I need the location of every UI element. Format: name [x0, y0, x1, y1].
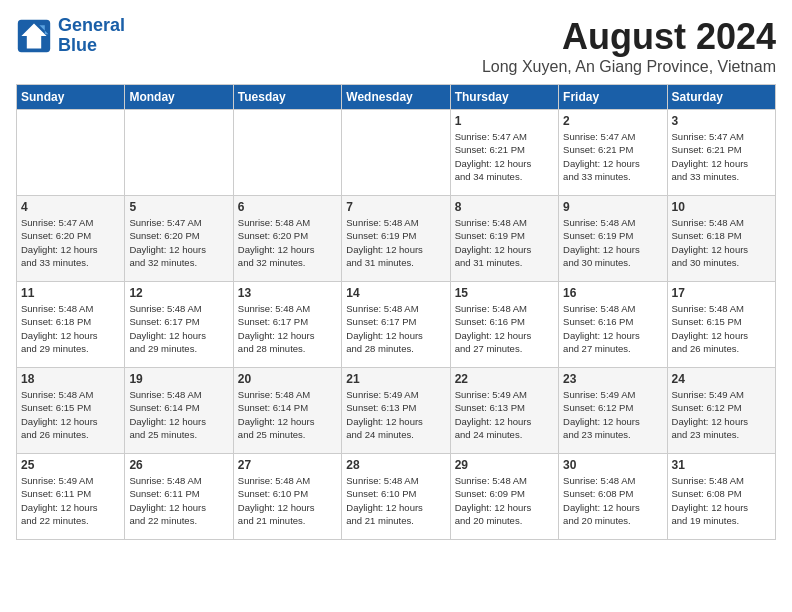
day-number: 23 — [563, 372, 662, 386]
day-number: 31 — [672, 458, 771, 472]
day-info: Sunrise: 5:48 AM Sunset: 6:14 PM Dayligh… — [238, 388, 337, 441]
calendar-cell: 11Sunrise: 5:48 AM Sunset: 6:18 PM Dayli… — [17, 282, 125, 368]
day-number: 13 — [238, 286, 337, 300]
day-number: 17 — [672, 286, 771, 300]
day-info: Sunrise: 5:49 AM Sunset: 6:12 PM Dayligh… — [563, 388, 662, 441]
day-info: Sunrise: 5:48 AM Sunset: 6:20 PM Dayligh… — [238, 216, 337, 269]
calendar-cell: 21Sunrise: 5:49 AM Sunset: 6:13 PM Dayli… — [342, 368, 450, 454]
day-number: 24 — [672, 372, 771, 386]
calendar-cell: 9Sunrise: 5:48 AM Sunset: 6:19 PM Daylig… — [559, 196, 667, 282]
column-header-wednesday: Wednesday — [342, 85, 450, 110]
calendar-week-row: 1Sunrise: 5:47 AM Sunset: 6:21 PM Daylig… — [17, 110, 776, 196]
day-info: Sunrise: 5:47 AM Sunset: 6:20 PM Dayligh… — [21, 216, 120, 269]
calendar-cell: 3Sunrise: 5:47 AM Sunset: 6:21 PM Daylig… — [667, 110, 775, 196]
calendar-week-row: 11Sunrise: 5:48 AM Sunset: 6:18 PM Dayli… — [17, 282, 776, 368]
day-info: Sunrise: 5:47 AM Sunset: 6:20 PM Dayligh… — [129, 216, 228, 269]
day-info: Sunrise: 5:48 AM Sunset: 6:19 PM Dayligh… — [455, 216, 554, 269]
day-info: Sunrise: 5:48 AM Sunset: 6:16 PM Dayligh… — [563, 302, 662, 355]
column-header-friday: Friday — [559, 85, 667, 110]
column-header-monday: Monday — [125, 85, 233, 110]
day-number: 7 — [346, 200, 445, 214]
logo-icon — [16, 18, 52, 54]
day-number: 6 — [238, 200, 337, 214]
day-number: 1 — [455, 114, 554, 128]
day-number: 2 — [563, 114, 662, 128]
calendar-cell: 5Sunrise: 5:47 AM Sunset: 6:20 PM Daylig… — [125, 196, 233, 282]
day-info: Sunrise: 5:48 AM Sunset: 6:11 PM Dayligh… — [129, 474, 228, 527]
column-header-saturday: Saturday — [667, 85, 775, 110]
calendar-cell: 14Sunrise: 5:48 AM Sunset: 6:17 PM Dayli… — [342, 282, 450, 368]
day-info: Sunrise: 5:48 AM Sunset: 6:18 PM Dayligh… — [672, 216, 771, 269]
calendar-cell: 26Sunrise: 5:48 AM Sunset: 6:11 PM Dayli… — [125, 454, 233, 540]
day-info: Sunrise: 5:48 AM Sunset: 6:10 PM Dayligh… — [346, 474, 445, 527]
calendar-cell — [342, 110, 450, 196]
day-number: 8 — [455, 200, 554, 214]
logo-line2: Blue — [58, 35, 97, 55]
calendar-week-row: 4Sunrise: 5:47 AM Sunset: 6:20 PM Daylig… — [17, 196, 776, 282]
month-year: August 2024 — [482, 16, 776, 58]
calendar-cell: 20Sunrise: 5:48 AM Sunset: 6:14 PM Dayli… — [233, 368, 341, 454]
day-number: 15 — [455, 286, 554, 300]
day-info: Sunrise: 5:48 AM Sunset: 6:15 PM Dayligh… — [21, 388, 120, 441]
day-number: 14 — [346, 286, 445, 300]
calendar-week-row: 18Sunrise: 5:48 AM Sunset: 6:15 PM Dayli… — [17, 368, 776, 454]
calendar-cell: 23Sunrise: 5:49 AM Sunset: 6:12 PM Dayli… — [559, 368, 667, 454]
calendar-cell: 18Sunrise: 5:48 AM Sunset: 6:15 PM Dayli… — [17, 368, 125, 454]
day-number: 11 — [21, 286, 120, 300]
calendar-cell: 2Sunrise: 5:47 AM Sunset: 6:21 PM Daylig… — [559, 110, 667, 196]
calendar-cell: 8Sunrise: 5:48 AM Sunset: 6:19 PM Daylig… — [450, 196, 558, 282]
day-number: 10 — [672, 200, 771, 214]
title-block: August 2024 Long Xuyen, An Giang Provinc… — [482, 16, 776, 76]
day-info: Sunrise: 5:49 AM Sunset: 6:12 PM Dayligh… — [672, 388, 771, 441]
day-info: Sunrise: 5:48 AM Sunset: 6:17 PM Dayligh… — [238, 302, 337, 355]
day-number: 3 — [672, 114, 771, 128]
calendar-week-row: 25Sunrise: 5:49 AM Sunset: 6:11 PM Dayli… — [17, 454, 776, 540]
day-info: Sunrise: 5:48 AM Sunset: 6:19 PM Dayligh… — [563, 216, 662, 269]
day-info: Sunrise: 5:48 AM Sunset: 6:08 PM Dayligh… — [672, 474, 771, 527]
day-info: Sunrise: 5:49 AM Sunset: 6:13 PM Dayligh… — [455, 388, 554, 441]
day-info: Sunrise: 5:48 AM Sunset: 6:17 PM Dayligh… — [346, 302, 445, 355]
day-info: Sunrise: 5:47 AM Sunset: 6:21 PM Dayligh… — [672, 130, 771, 183]
column-header-tuesday: Tuesday — [233, 85, 341, 110]
day-number: 4 — [21, 200, 120, 214]
location: Long Xuyen, An Giang Province, Vietnam — [482, 58, 776, 76]
day-number: 29 — [455, 458, 554, 472]
day-number: 19 — [129, 372, 228, 386]
calendar-cell: 27Sunrise: 5:48 AM Sunset: 6:10 PM Dayli… — [233, 454, 341, 540]
calendar-cell: 4Sunrise: 5:47 AM Sunset: 6:20 PM Daylig… — [17, 196, 125, 282]
day-info: Sunrise: 5:48 AM Sunset: 6:19 PM Dayligh… — [346, 216, 445, 269]
day-number: 26 — [129, 458, 228, 472]
day-number: 25 — [21, 458, 120, 472]
calendar-cell — [125, 110, 233, 196]
day-info: Sunrise: 5:48 AM Sunset: 6:09 PM Dayligh… — [455, 474, 554, 527]
day-number: 16 — [563, 286, 662, 300]
calendar-cell: 30Sunrise: 5:48 AM Sunset: 6:08 PM Dayli… — [559, 454, 667, 540]
day-number: 30 — [563, 458, 662, 472]
day-info: Sunrise: 5:49 AM Sunset: 6:11 PM Dayligh… — [21, 474, 120, 527]
day-number: 21 — [346, 372, 445, 386]
day-info: Sunrise: 5:48 AM Sunset: 6:17 PM Dayligh… — [129, 302, 228, 355]
day-number: 22 — [455, 372, 554, 386]
day-info: Sunrise: 5:47 AM Sunset: 6:21 PM Dayligh… — [455, 130, 554, 183]
day-number: 5 — [129, 200, 228, 214]
column-header-thursday: Thursday — [450, 85, 558, 110]
calendar-cell — [233, 110, 341, 196]
calendar-cell: 24Sunrise: 5:49 AM Sunset: 6:12 PM Dayli… — [667, 368, 775, 454]
calendar-cell: 1Sunrise: 5:47 AM Sunset: 6:21 PM Daylig… — [450, 110, 558, 196]
day-number: 9 — [563, 200, 662, 214]
day-number: 18 — [21, 372, 120, 386]
page-header: General Blue August 2024 Long Xuyen, An … — [16, 16, 776, 76]
day-number: 20 — [238, 372, 337, 386]
calendar-cell: 22Sunrise: 5:49 AM Sunset: 6:13 PM Dayli… — [450, 368, 558, 454]
calendar-cell: 29Sunrise: 5:48 AM Sunset: 6:09 PM Dayli… — [450, 454, 558, 540]
calendar-cell: 28Sunrise: 5:48 AM Sunset: 6:10 PM Dayli… — [342, 454, 450, 540]
calendar-header-row: SundayMondayTuesdayWednesdayThursdayFrid… — [17, 85, 776, 110]
calendar-cell: 19Sunrise: 5:48 AM Sunset: 6:14 PM Dayli… — [125, 368, 233, 454]
calendar-cell: 15Sunrise: 5:48 AM Sunset: 6:16 PM Dayli… — [450, 282, 558, 368]
calendar-cell — [17, 110, 125, 196]
calendar-cell: 17Sunrise: 5:48 AM Sunset: 6:15 PM Dayli… — [667, 282, 775, 368]
day-info: Sunrise: 5:48 AM Sunset: 6:18 PM Dayligh… — [21, 302, 120, 355]
calendar-cell: 31Sunrise: 5:48 AM Sunset: 6:08 PM Dayli… — [667, 454, 775, 540]
calendar-cell: 25Sunrise: 5:49 AM Sunset: 6:11 PM Dayli… — [17, 454, 125, 540]
calendar-cell: 10Sunrise: 5:48 AM Sunset: 6:18 PM Dayli… — [667, 196, 775, 282]
